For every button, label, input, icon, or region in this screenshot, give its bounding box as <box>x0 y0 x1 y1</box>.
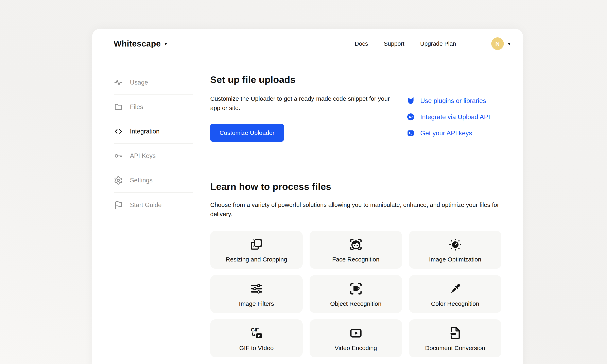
crop-icon <box>249 237 264 252</box>
card-label: Image Optimization <box>429 256 481 263</box>
account-menu[interactable]: N ▾ <box>491 38 511 50</box>
card-object-recognition[interactable]: Object Recognition <box>310 275 402 313</box>
link-upload-api[interactable]: Integrate via Upload API <box>407 113 499 121</box>
sidebar-item-settings[interactable]: Settings <box>114 168 193 193</box>
sidebar-item-label: Settings <box>130 177 153 184</box>
code-circle-icon <box>407 113 415 121</box>
sidebar-item-integration[interactable]: Integration <box>114 119 193 144</box>
sliders-icon <box>249 281 264 297</box>
document-icon <box>447 325 463 341</box>
card-face-recognition[interactable]: Face Recognition <box>310 231 402 269</box>
code-icon <box>114 127 123 136</box>
link-use-plugins[interactable]: Use plugins or libraries <box>407 96 499 105</box>
top-header: Whitescape ▾ Docs Support Upgrade Plan N… <box>92 29 523 59</box>
card-label: Document Conversion <box>425 345 485 351</box>
sidebar-item-label: Usage <box>130 79 148 86</box>
process-description: Choose from a variety of powerful soluti… <box>210 200 501 219</box>
quick-links: Use plugins or libraries <box>407 96 499 142</box>
chevron-down-icon: ▾ <box>508 41 511 46</box>
flag-icon <box>114 200 123 210</box>
feature-grid: Resizing and Cropping <box>210 231 499 357</box>
link-label: Integrate via Upload API <box>420 113 490 121</box>
card-label: GIF to VIdeo <box>239 345 274 351</box>
main-content: Set up file uploads Customize the Upload… <box>210 70 499 357</box>
folder-icon <box>114 102 123 112</box>
app-panel: Whitescape ▾ Docs Support Upgrade Plan N… <box>92 29 523 364</box>
card-gif-to-video[interactable]: GIF GIF to VIdeo <box>210 319 303 357</box>
chevron-down-icon: ▾ <box>164 41 167 46</box>
nav-docs[interactable]: Docs <box>355 40 368 47</box>
sidebar-item-label: Integration <box>130 128 160 135</box>
section-divider <box>210 162 499 162</box>
process-title: Learn how to process files <box>210 181 499 192</box>
card-label: Face Recognition <box>332 256 379 263</box>
card-label: Image Filters <box>239 300 274 307</box>
object-recognition-icon <box>348 281 364 297</box>
setup-description: Customize the Uploader to get a ready-ma… <box>210 94 393 112</box>
eyedropper-icon <box>447 281 463 297</box>
card-label: Color Recognition <box>431 300 479 307</box>
card-label: Video Encoding <box>335 345 377 351</box>
sidebar-item-usage[interactable]: Usage <box>114 70 193 95</box>
link-api-keys[interactable]: Get your API keys <box>407 129 499 137</box>
customize-uploader-button[interactable]: Customize Uploader <box>210 124 284 142</box>
page-title: Set up file uploads <box>210 74 499 85</box>
terminal-icon <box>407 129 415 137</box>
gear-icon <box>114 176 123 185</box>
sidebar-item-label: Files <box>130 103 143 111</box>
svg-text:GIF: GIF <box>251 327 259 332</box>
brand-name: Whitescape <box>114 39 161 49</box>
link-label: Use plugins or libraries <box>420 97 486 104</box>
sidebar-item-files[interactable]: Files <box>114 95 193 119</box>
card-image-filters[interactable]: Image Filters <box>210 275 303 313</box>
card-video-encoding[interactable]: Video Encoding <box>310 319 402 357</box>
link-label: Get your API keys <box>420 130 472 137</box>
face-recognition-icon <box>348 237 364 252</box>
sidebar-item-start-guide[interactable]: Start Guide <box>114 193 193 217</box>
header-nav: Docs Support Upgrade Plan N ▾ <box>355 38 511 50</box>
sidebar-item-label: Start Guide <box>130 201 162 209</box>
avatar[interactable]: N <box>491 38 504 50</box>
nav-upgrade-plan[interactable]: Upgrade Plan <box>420 40 456 47</box>
card-label: Resizing and Cropping <box>226 256 287 263</box>
sidebar-item-api-keys[interactable]: API Keys <box>114 144 193 168</box>
card-image-optimization[interactable]: Image Optimization <box>409 231 501 269</box>
video-play-icon <box>348 325 364 341</box>
sidebar-item-label: API Keys <box>130 152 156 159</box>
gif-to-video-icon: GIF <box>249 325 264 341</box>
card-document-conversion[interactable]: Document Conversion <box>409 319 501 357</box>
card-label: Object Recognition <box>330 300 381 307</box>
activity-icon <box>114 78 123 87</box>
plugins-icon <box>407 96 415 105</box>
dial-icon <box>447 237 463 252</box>
workspace-switcher[interactable]: Whitescape ▾ <box>114 39 167 49</box>
card-color-recognition[interactable]: Color Recognition <box>409 275 501 313</box>
card-resizing-cropping[interactable]: Resizing and Cropping <box>210 231 303 269</box>
nav-support[interactable]: Support <box>384 40 405 47</box>
sidebar: Usage Files Integration <box>114 70 193 357</box>
key-icon <box>114 151 123 161</box>
